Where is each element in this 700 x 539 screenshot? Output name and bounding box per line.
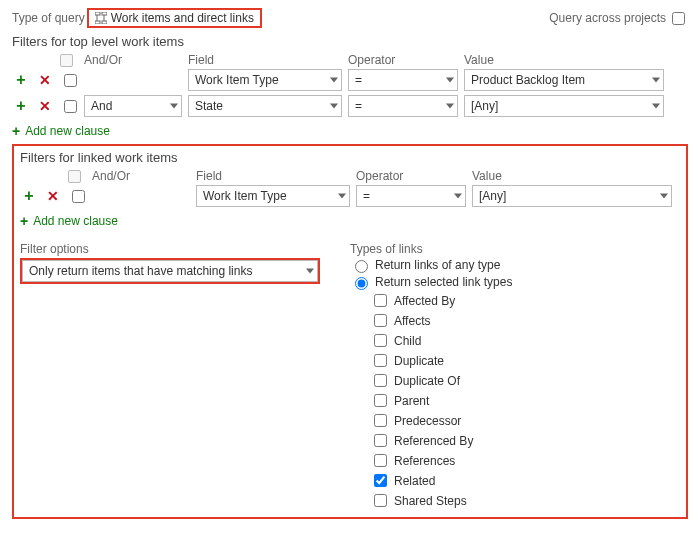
chevron-down-icon <box>338 194 346 199</box>
link-type-label: Affected By <box>394 294 455 308</box>
link-type-checkbox[interactable] <box>374 494 387 507</box>
query-type-selector[interactable]: Work items and direct links <box>87 8 262 28</box>
link-type-row: Parent <box>370 391 680 410</box>
svg-rect-1 <box>102 12 107 15</box>
add-clause-button[interactable]: + Add new clause <box>12 124 110 138</box>
filter-row: + ✕ And State = [Any] <box>12 95 688 117</box>
col-field: Field <box>188 53 342 67</box>
chevron-down-icon <box>306 269 314 274</box>
link-type-label: Predecessor <box>394 414 461 428</box>
top-filters-title: Filters for top level work items <box>12 34 688 49</box>
col-operator: Operator <box>348 53 458 67</box>
link-type-checkbox[interactable] <box>374 414 387 427</box>
chevron-down-icon <box>652 104 660 109</box>
link-type-row: Predecessor <box>370 411 680 430</box>
field-select[interactable]: State <box>188 95 342 117</box>
col-andor: And/Or <box>92 169 190 183</box>
plus-icon: + <box>12 124 20 138</box>
radio-selected-label: Return selected link types <box>375 275 512 289</box>
link-type-label: Referenced By <box>394 434 473 448</box>
group-icon <box>68 170 81 183</box>
col-field: Field <box>196 169 350 183</box>
chevron-down-icon <box>330 78 338 83</box>
chevron-down-icon <box>330 104 338 109</box>
across-projects-checkbox[interactable] <box>672 12 685 25</box>
direct-links-icon <box>95 12 107 24</box>
group-icon <box>60 54 73 67</box>
link-type-label: Parent <box>394 394 429 408</box>
link-type-row: Affected By <box>370 291 680 310</box>
link-type-label: References <box>394 454 455 468</box>
remove-clause-button[interactable]: ✕ <box>36 99 54 113</box>
insert-clause-button[interactable]: + <box>20 188 38 204</box>
field-select[interactable]: Work Item Type <box>188 69 342 91</box>
link-type-label: Duplicate Of <box>394 374 460 388</box>
radio-any-type[interactable] <box>355 260 368 273</box>
remove-clause-button[interactable]: ✕ <box>44 189 62 203</box>
link-type-label: Affects <box>394 314 430 328</box>
filter-row: + ✕ Work Item Type = Product Backlog Ite… <box>12 69 688 91</box>
row-select-checkbox[interactable] <box>64 74 77 87</box>
chevron-down-icon <box>446 78 454 83</box>
link-type-label: Shared Steps <box>394 494 467 508</box>
chevron-down-icon <box>170 104 178 109</box>
field-select[interactable]: Work Item Type <box>196 185 350 207</box>
chevron-down-icon <box>652 78 660 83</box>
link-type-label: Child <box>394 334 421 348</box>
row-select-checkbox[interactable] <box>72 190 85 203</box>
filter-row: + ✕ Work Item Type = [Any] <box>20 185 680 207</box>
link-type-row: Affects <box>370 311 680 330</box>
link-type-checkbox[interactable] <box>374 294 387 307</box>
chevron-down-icon <box>446 104 454 109</box>
link-type-checkbox[interactable] <box>374 334 387 347</box>
linked-filters-title: Filters for linked work items <box>20 150 680 165</box>
link-type-checkbox[interactable] <box>374 394 387 407</box>
radio-selected-types[interactable] <box>355 277 368 290</box>
types-of-links-label: Types of links <box>350 242 680 256</box>
type-of-query-label: Type of query <box>12 11 85 25</box>
insert-clause-button[interactable]: + <box>12 98 30 114</box>
link-type-checkbox[interactable] <box>374 474 387 487</box>
linked-filters-section: Filters for linked work items And/Or Fie… <box>12 144 688 519</box>
link-type-row: Duplicate <box>370 351 680 370</box>
col-andor: And/Or <box>84 53 182 67</box>
svg-rect-0 <box>95 12 100 15</box>
col-operator: Operator <box>356 169 466 183</box>
link-type-checkbox[interactable] <box>374 374 387 387</box>
plus-icon: + <box>20 214 28 228</box>
link-type-row: Shared Steps <box>370 491 680 510</box>
link-type-row: Related <box>370 471 680 490</box>
link-type-checkbox[interactable] <box>374 354 387 367</box>
remove-clause-button[interactable]: ✕ <box>36 73 54 87</box>
link-type-row: Duplicate Of <box>370 371 680 390</box>
query-type-text: Work items and direct links <box>111 11 254 25</box>
filter-options-label: Filter options <box>20 242 320 256</box>
value-select[interactable]: [Any] <box>464 95 664 117</box>
value-select[interactable]: [Any] <box>472 185 672 207</box>
col-value: Value <box>464 53 664 67</box>
filter-options-select[interactable]: Only return items that have matching lin… <box>22 260 318 282</box>
link-type-row: References <box>370 451 680 470</box>
operator-select[interactable]: = <box>356 185 466 207</box>
value-select[interactable]: Product Backlog Item <box>464 69 664 91</box>
link-type-label: Related <box>394 474 435 488</box>
col-value: Value <box>472 169 672 183</box>
link-type-row: Child <box>370 331 680 350</box>
svg-rect-2 <box>95 21 100 24</box>
link-type-checkbox[interactable] <box>374 314 387 327</box>
radio-any-label: Return links of any type <box>375 258 500 272</box>
operator-select[interactable]: = <box>348 69 458 91</box>
operator-select[interactable]: = <box>348 95 458 117</box>
link-type-checkbox[interactable] <box>374 434 387 447</box>
chevron-down-icon <box>454 194 462 199</box>
andor-select[interactable]: And <box>84 95 182 117</box>
chevron-down-icon <box>660 194 668 199</box>
across-projects-label: Query across projects <box>549 11 666 25</box>
add-clause-button[interactable]: + Add new clause <box>20 214 118 228</box>
insert-clause-button[interactable]: + <box>12 72 30 88</box>
link-type-checkbox[interactable] <box>374 454 387 467</box>
svg-rect-3 <box>102 21 107 24</box>
link-type-label: Duplicate <box>394 354 444 368</box>
row-select-checkbox[interactable] <box>64 100 77 113</box>
link-type-row: Referenced By <box>370 431 680 450</box>
